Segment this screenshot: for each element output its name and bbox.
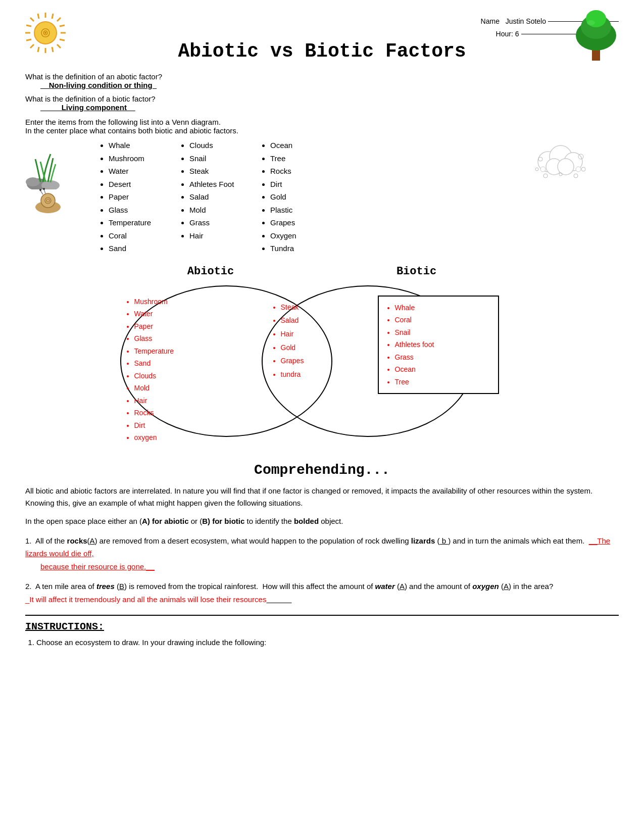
venn-right-item: Coral xyxy=(395,314,491,326)
venn-left-item: Clouds xyxy=(134,370,246,382)
venn-center-item: Salad xyxy=(281,314,353,327)
venn-center-item: Hair xyxy=(281,327,353,341)
question-2: 2. A ten mile area of trees (B) is remov… xyxy=(25,580,619,606)
question-1: 1. All of the rocks(A) are removed from … xyxy=(25,534,619,573)
svg-point-45 xyxy=(543,174,548,178)
comprehending-text: All biotic and abiotic factors are inter… xyxy=(25,485,619,509)
list-item: Athletes Foot xyxy=(189,178,260,191)
items-col-1: WhaleMushroomWaterDesertPaperGlassTemper… xyxy=(98,139,179,255)
list-item: Dirt xyxy=(270,178,341,191)
venn-left-item: Sand xyxy=(134,357,246,370)
venn-left-item: Glass xyxy=(134,332,246,345)
list-item: Paper xyxy=(109,190,179,204)
list-item: Coral xyxy=(109,229,179,242)
cloud-decoration xyxy=(533,141,588,187)
instructions-heading: INSTRUCTIONS: xyxy=(25,621,619,632)
list-item: Tundra xyxy=(270,242,341,255)
venn-right-item: Athletes foot xyxy=(395,338,491,351)
venn-diagram: MushroomWaterPaperGlassTemperatureSandCl… xyxy=(105,280,539,452)
venn-left-item: Mold xyxy=(134,382,246,395)
list-item: Hair xyxy=(189,229,260,242)
list-item: Tree xyxy=(270,152,341,165)
items-col-3: OceanTreeRocksDirtGoldPlasticGrapesOxyge… xyxy=(260,139,341,255)
svg-line-10 xyxy=(26,25,31,26)
abiotic-answer: __Non-living condition or thing_ xyxy=(40,81,619,89)
list-item: Gold xyxy=(270,190,341,204)
venn-label-biotic: Biotic xyxy=(397,265,436,278)
svg-line-12 xyxy=(60,25,65,26)
name-value: Justin Sotelo xyxy=(506,15,546,28)
svg-line-4 xyxy=(30,18,34,21)
venn-label-abiotic: Abiotic xyxy=(187,265,234,278)
abiotic-question-block: What is the definition of an abotic fact… xyxy=(25,72,619,89)
items-col-2: CloudsSnailSteakAthletes FootSaladMoldGr… xyxy=(179,139,260,255)
divider xyxy=(25,615,619,616)
venn-labels: Abiotic Biotic xyxy=(25,265,619,278)
list-item: Grapes xyxy=(270,216,341,229)
svg-line-8 xyxy=(38,14,39,19)
svg-line-9 xyxy=(52,14,53,19)
venn-left-item: Water xyxy=(134,308,246,320)
svg-line-14 xyxy=(38,47,39,52)
venn-right-content: WhaleCoralSnailAthletes footGrassOceanTr… xyxy=(378,296,499,395)
page-title: Abiotic vs Biotic Factors xyxy=(25,40,619,62)
svg-point-22 xyxy=(587,20,595,25)
svg-line-13 xyxy=(60,39,65,40)
venn-right-item: Tree xyxy=(395,376,491,388)
list-item: Steak xyxy=(189,165,260,178)
svg-line-5 xyxy=(57,44,61,48)
list-item: Snail xyxy=(189,152,260,165)
venn-left-item: oxygen xyxy=(134,431,246,444)
biotic-question: What is the definition of a biotic facto… xyxy=(25,94,156,103)
instructions-list: Choose an ecosystem to draw. In your dra… xyxy=(25,636,619,649)
svg-point-30 xyxy=(39,189,41,191)
venn-left-item: Dirt xyxy=(134,419,246,432)
svg-line-7 xyxy=(30,44,34,48)
list-item: Rocks xyxy=(270,165,341,178)
list-item: Temperature xyxy=(109,216,179,229)
svg-point-41 xyxy=(581,167,585,171)
venn-center-item: Grapes xyxy=(281,354,353,368)
venn-left-item: Mushroom xyxy=(134,296,246,308)
list-item: Grass xyxy=(189,216,260,229)
venn-right-item: Whale xyxy=(395,302,491,314)
list-item: Mushroom xyxy=(109,152,179,165)
venn-center-content: SteakSaladHairGoldGrapestundra xyxy=(272,301,353,381)
snail-decoration xyxy=(28,184,68,215)
list-item: Oxygen xyxy=(270,229,341,242)
list-item: Salad xyxy=(189,190,260,204)
venn-right-item: Ocean xyxy=(395,363,491,376)
svg-line-11 xyxy=(26,39,31,40)
list-item: Ocean xyxy=(270,139,341,152)
instructions-section: INSTRUCTIONS: Choose an ecosystem to dra… xyxy=(25,621,619,649)
svg-point-42 xyxy=(535,168,538,171)
list-item: Water xyxy=(109,165,179,178)
svg-line-6 xyxy=(57,18,61,21)
biotic-question-block: What is the definition of a biotic facto… xyxy=(25,94,619,112)
venn-center-item: Steak xyxy=(281,301,353,314)
venn-center-item: tundra xyxy=(281,368,353,381)
venn-right-item: Snail xyxy=(395,326,491,339)
hour-label: Hour: xyxy=(496,28,513,40)
svg-point-44 xyxy=(574,174,578,178)
sun-icon xyxy=(23,10,68,56)
venn-right-item: Grass xyxy=(395,351,491,364)
venn-left-item: Paper xyxy=(134,320,246,333)
tree-icon xyxy=(571,8,621,63)
svg-point-37 xyxy=(540,167,546,172)
svg-point-36 xyxy=(558,159,574,175)
venn-center-item: Gold xyxy=(281,341,353,355)
plant-decoration xyxy=(25,144,86,189)
svg-point-31 xyxy=(43,188,45,190)
svg-line-15 xyxy=(52,47,53,52)
venn-diagram-section: Abiotic Biotic MushroomWaterPaperGlassTe… xyxy=(25,265,619,452)
abiotic-question: What is the definition of an abotic fact… xyxy=(25,72,162,81)
list-item: Glass xyxy=(109,204,179,217)
identify-text: In the open space place either an (A) fo… xyxy=(25,515,619,527)
venn-left-item: Hair xyxy=(134,395,246,407)
instruction-item-1: Choose an ecosystem to draw. In your dra… xyxy=(36,636,619,649)
list-item: Clouds xyxy=(189,139,260,152)
venn-left-item: Rocks xyxy=(134,407,246,419)
venn-left-item: Temperature xyxy=(134,345,246,358)
list-item: Desert xyxy=(109,178,179,191)
